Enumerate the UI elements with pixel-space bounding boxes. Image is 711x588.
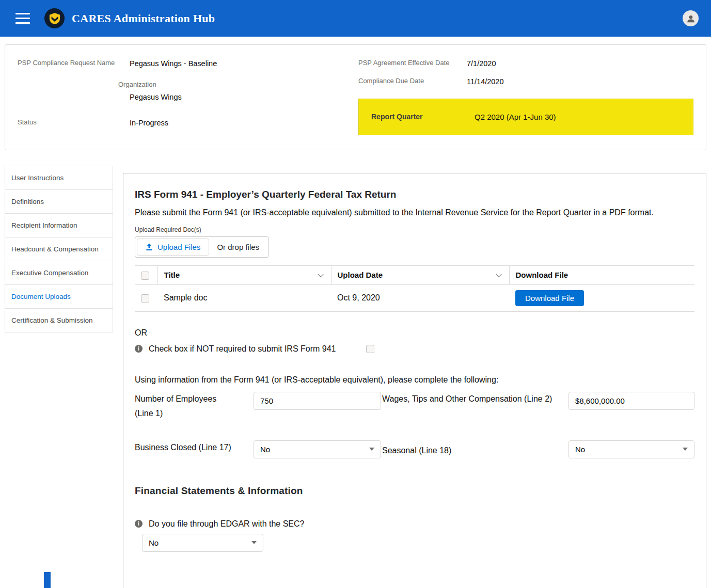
edgar-question-label: Do you file through EDGAR with the SEC? [149,519,304,529]
request-name-value: Pegasus Wings - Baseline [130,58,217,69]
or-separator-text: OR [135,328,694,338]
row-title-cell: Sample doc [157,284,331,311]
sidebar-item-executive-compensation[interactable]: Executive Compensation [5,261,113,285]
sidebar-item-headcount-compensation[interactable]: Headcount & Compensation [5,237,113,261]
complete-following-text: Using information from the Form 941 (or … [135,375,694,385]
not-required-label: Check box if NOT required to submit IRS … [149,344,336,354]
business-closed-label: Business Closed (Line 17) [135,440,254,455]
row-action-cell: Download File [509,284,694,311]
table-row: Sample doc Oct 9, 2020 Download File [135,284,694,311]
business-closed-select[interactable]: No [254,440,381,458]
organization-value: Pegasus Wings [130,92,217,102]
partial-blue-element [44,572,51,588]
upload-files-label: Upload Files [157,243,200,251]
request-name-label: PSP Compliance Request Name [18,58,130,102]
upload-required-docs-label: Upload Required Doc(s) [135,226,694,233]
effective-date-field: PSP Agreement Effective Date 7/1/2020 [358,58,693,69]
shield-icon [49,12,60,25]
drop-files-text: Or drop files [209,243,267,251]
caret-down-icon [251,541,257,544]
compliance-summary-card: PSP Compliance Request Name Pegasus Wing… [5,44,706,150]
effective-date-label: PSP Agreement Effective Date [358,58,467,69]
app-title: CARES Administration Hub [72,12,215,25]
content-row: User Instructions Definitions Recipient … [5,166,706,588]
person-icon [686,14,696,23]
sidebar-item-certification-submission[interactable]: Certification & Submission [5,309,113,332]
file-dropzone[interactable]: Upload Files Or drop files [135,236,269,258]
request-name-field: PSP Compliance Request Name Pegasus Wing… [18,58,358,102]
caret-down-icon [683,448,688,451]
sidebar-item-recipient-information[interactable]: Recipient Information [5,214,113,237]
organization-field: Organization Pegasus Wings [130,80,217,102]
row-checkbox[interactable] [141,294,149,303]
report-quarter-highlight: Report Quarter Q2 2020 (Apr 1-Jun 30) [358,99,693,135]
seasonal-value: No [575,445,585,454]
title-column-label: Title [164,271,180,279]
upload-icon [146,243,153,251]
column-header-upload-date[interactable]: Upload Date [331,265,509,284]
row-checkbox-cell [135,284,157,311]
summary-right-column: PSP Agreement Effective Date 7/1/2020 Co… [358,58,693,135]
business-closed-value: No [260,445,270,454]
organization-label: Organization [118,80,217,90]
due-date-label: Compliance Due Date [358,76,467,87]
irs-form-941-description: Please submit the Form 941 (or IRS-accep… [135,205,685,220]
status-label: Status [18,118,130,128]
sidebar-nav: User Instructions Definitions Recipient … [5,166,113,332]
not-required-row: Check box if NOT required to submit IRS … [135,344,694,354]
sidebar-item-document-uploads[interactable]: Document Uploads [5,285,113,309]
report-quarter-value: Q2 2020 (Apr 1-Jun 30) [475,113,556,121]
wages-tips-label: Wages, Tips and Other Compensation (Line… [381,392,568,406]
not-required-checkbox[interactable] [366,345,374,353]
upload-files-button[interactable]: Upload Files [137,239,209,256]
column-header-download-file[interactable]: Download File [509,265,694,284]
edgar-select[interactable]: No [142,534,263,552]
seasonal-select[interactable]: No [568,440,694,458]
sidebar-item-user-instructions[interactable]: User Instructions [5,166,113,190]
column-header-title[interactable]: Title [157,265,331,284]
edgar-value: No [149,538,159,547]
chevron-down-icon[interactable] [496,271,501,277]
caret-down-icon [369,448,374,451]
row-upload-date-cell: Oct 9, 2020 [331,284,509,311]
user-avatar[interactable] [683,10,699,26]
number-of-employees-input[interactable] [254,392,381,410]
number-of-employees-label: Number of Employees (Line 1) [135,392,254,421]
irs-form-941-heading: IRS Form 941 - Employer’s Quarterly Fede… [135,189,694,200]
summary-left-column: PSP Compliance Request Name Pegasus Wing… [18,58,358,135]
chevron-down-icon[interactable] [318,271,323,277]
app-logo-shield-icon [44,8,65,28]
select-all-checkbox[interactable] [141,272,149,280]
edgar-question-row: Do you file through EDGAR with the SEC? [135,519,694,529]
form941-fields-grid: Number of Employees (Line 1) Wages, Tips… [135,392,694,458]
status-field: Status In-Progress [18,118,358,128]
info-icon[interactable] [135,345,143,353]
wages-tips-input[interactable] [568,392,694,410]
upload-date-column-label: Upload Date [338,271,383,279]
report-quarter-label: Report Quarter [371,113,475,121]
download-file-button[interactable]: Download File [515,290,584,306]
document-uploads-panel: IRS Form 941 - Employer’s Quarterly Fede… [123,173,706,588]
status-value: In-Progress [130,118,168,128]
sidebar-item-definitions[interactable]: Definitions [5,190,113,214]
financial-statements-heading: Financial Statements & Information [135,485,694,497]
due-date-value: 11/14/2020 [467,76,504,87]
topbar: CARES Administration Hub [0,0,711,37]
effective-date-value: 7/1/2020 [467,58,496,69]
download-file-column-label: Download File [516,271,568,279]
info-icon[interactable] [135,520,143,528]
uploaded-documents-table: Title Upload Date Download File [135,265,694,312]
table-header-row: Title Upload Date Download File [135,265,694,284]
due-date-field: Compliance Due Date 11/14/2020 [358,76,693,87]
select-all-checkbox-cell [135,265,157,284]
seasonal-label: Seasonal (Line 18) [381,440,568,458]
menu-icon[interactable] [15,13,30,24]
